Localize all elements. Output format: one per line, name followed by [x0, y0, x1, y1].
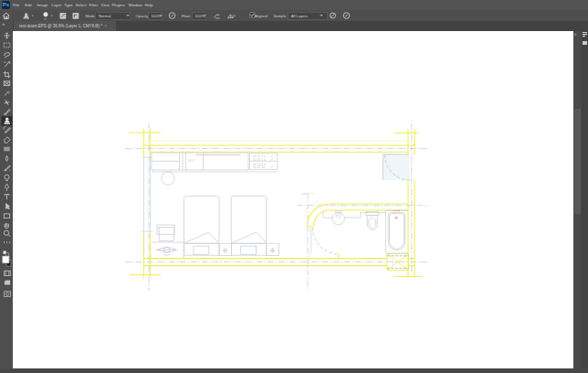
svg-text:B.17: B.17	[189, 159, 195, 163]
svg-text:10 10 1 4: 10 10 1 4	[253, 158, 266, 162]
svg-text:10 10 14: 10 10 14	[253, 165, 265, 169]
